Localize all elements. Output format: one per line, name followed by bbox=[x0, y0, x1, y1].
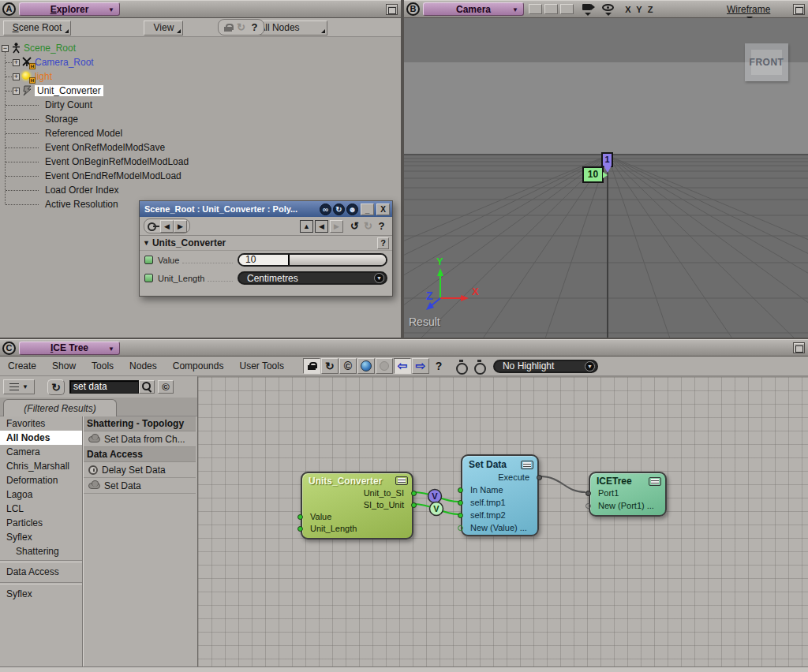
tree-row-property[interactable]: Event OnBeginRefModelModLoad bbox=[45, 155, 189, 169]
port-si-to-unit[interactable]: SI_to_Unit bbox=[302, 499, 412, 511]
category-deformation[interactable]: Deformation bbox=[0, 473, 82, 487]
recycle-icon[interactable]: ↻ bbox=[333, 203, 345, 215]
evaluate-timer-icon[interactable] bbox=[455, 360, 467, 372]
camera-menu-icon[interactable] bbox=[582, 2, 596, 16]
port-port1[interactable]: Port1 bbox=[590, 487, 665, 500]
tab-filtered-results[interactable]: (Filtered Results) bbox=[3, 399, 117, 416]
animatable-checkbox[interactable] bbox=[144, 274, 153, 282]
category-favorites[interactable]: Favorites bbox=[0, 416, 82, 431]
list-view-button[interactable]: ▼ bbox=[3, 379, 35, 394]
port-self-tmp2[interactable]: self.tmp2 bbox=[462, 510, 537, 522]
category-shattering[interactable]: Shattering bbox=[0, 544, 82, 558]
close-button[interactable]: X bbox=[376, 203, 390, 215]
section-header[interactable]: ▼ Units_Converter ? bbox=[140, 236, 392, 251]
show-values-badge-purple[interactable]: V bbox=[428, 490, 442, 503]
show-values-badge-green[interactable]: V bbox=[430, 502, 443, 516]
node-search-input[interactable]: set data bbox=[69, 380, 139, 394]
list-item-set-data-from-ch[interactable]: Set Data from Ch... bbox=[84, 431, 196, 447]
display-mode-dropdown[interactable]: Wireframe bbox=[727, 4, 770, 15]
help-icon[interactable]: ? bbox=[248, 21, 261, 34]
nav-forward-button[interactable]: ⇨ bbox=[412, 358, 429, 374]
input-port-dot[interactable] bbox=[297, 526, 303, 532]
search-button[interactable] bbox=[139, 380, 155, 394]
input-port-dot[interactable] bbox=[297, 514, 303, 520]
tree-row-property[interactable]: Event OnEndRefModelModLoad bbox=[45, 169, 181, 183]
axis-x-button[interactable]: X bbox=[623, 5, 634, 14]
input-port-dot[interactable] bbox=[585, 491, 591, 496]
category-particles[interactable]: Particles bbox=[0, 516, 82, 530]
explorer-view-dropdown[interactable]: Explorer ▼ bbox=[19, 2, 120, 16]
new-port-dot[interactable] bbox=[585, 503, 591, 509]
user-icon[interactable]: ☻ bbox=[346, 203, 358, 215]
help-button[interactable]: ? bbox=[430, 358, 447, 374]
tree-row-light[interactable]: + H light bbox=[13, 69, 52, 84]
node-menu-icon[interactable] bbox=[395, 476, 408, 485]
front-view-button[interactable]: FRONT bbox=[745, 43, 788, 81]
section-collapse-icon[interactable]: ▼ bbox=[143, 239, 150, 247]
slider-track[interactable] bbox=[290, 255, 386, 265]
node-menu-icon[interactable] bbox=[649, 477, 661, 486]
new-port-dot[interactable] bbox=[458, 525, 463, 531]
nav-back-button[interactable]: ◀ bbox=[315, 220, 328, 233]
minimize-button[interactable]: _ bbox=[361, 203, 374, 215]
axis-y-button[interactable]: Y bbox=[634, 5, 645, 14]
nav-forward-button[interactable]: ▶ bbox=[330, 220, 343, 233]
property-editor-titlebar[interactable]: Scene_Root : Unit_Converter : Poly... ∞ … bbox=[140, 201, 392, 217]
key-icon[interactable] bbox=[147, 220, 160, 233]
port-unit-length[interactable]: Unit_Length bbox=[302, 523, 412, 535]
tree-row-property[interactable]: Event OnRefModelModSave bbox=[45, 140, 165, 155]
list-item-set-data[interactable]: Set Data bbox=[84, 478, 196, 494]
menu-show[interactable]: Show bbox=[44, 360, 84, 371]
port-self-tmp1[interactable]: self.tmp1 bbox=[462, 497, 537, 510]
port-execute[interactable]: Execute bbox=[462, 472, 537, 484]
lock-button[interactable] bbox=[303, 358, 320, 374]
node-units-converter[interactable]: Units_Converter Unit_to_SI SI_to_Unit Va… bbox=[301, 472, 413, 539]
expand-icon[interactable]: + bbox=[13, 88, 20, 95]
category-lagoa[interactable]: Lagoa bbox=[0, 487, 82, 502]
highlight-selector-dropdown[interactable]: No Highlight ▼ bbox=[493, 360, 598, 373]
output-port-dot[interactable] bbox=[537, 475, 542, 480]
input-port-dot[interactable] bbox=[458, 500, 463, 506]
menu-user-tools[interactable]: User Tools bbox=[231, 360, 291, 371]
category-data-access[interactable]: Data Access bbox=[0, 564, 82, 581]
animatable-checkbox[interactable] bbox=[144, 256, 153, 264]
memo-cam-button[interactable] bbox=[560, 4, 574, 14]
tree-row-property[interactable]: Referenced Model bbox=[45, 126, 122, 140]
axis-z-button[interactable]: Z bbox=[645, 5, 656, 14]
restore-window-icon[interactable] bbox=[386, 4, 398, 15]
menu-create[interactable]: Create bbox=[0, 360, 44, 371]
memo-cam-button[interactable] bbox=[544, 4, 558, 14]
input-port-dot[interactable] bbox=[458, 487, 463, 493]
tree-row-property[interactable]: Active Resolution bbox=[45, 197, 118, 211]
tree-row-property[interactable]: Dirty Count bbox=[45, 98, 92, 112]
output-port-dot[interactable] bbox=[411, 502, 417, 508]
compound-c-button[interactable]: © bbox=[339, 358, 357, 374]
port-in-name[interactable]: In Name bbox=[462, 484, 537, 497]
menu-compounds[interactable]: Compounds bbox=[165, 360, 232, 371]
disabled-sphere-button[interactable] bbox=[376, 358, 393, 374]
category-syflex[interactable]: Syflex bbox=[0, 530, 82, 544]
menu-nodes[interactable]: Nodes bbox=[122, 360, 165, 371]
keyable-icon[interactable]: ∞ bbox=[320, 203, 331, 215]
category-all-nodes[interactable]: All Nodes bbox=[0, 431, 82, 445]
category-lcl[interactable]: LCL bbox=[0, 502, 82, 516]
category-chris-marshall[interactable]: Chris_Marshall bbox=[0, 459, 82, 473]
refresh-button[interactable]: ↻ bbox=[321, 358, 339, 374]
tree-row-property[interactable]: Load Order Index bbox=[45, 183, 118, 197]
section-help-button[interactable]: ? bbox=[377, 237, 389, 249]
port-value[interactable]: Value bbox=[302, 511, 412, 523]
restore-window-icon[interactable] bbox=[793, 4, 805, 15]
nav-up-button[interactable]: ▲ bbox=[300, 220, 313, 233]
expand-icon[interactable]: + bbox=[13, 73, 20, 80]
camera-view-dropdown[interactable]: Camera ▼ bbox=[423, 2, 524, 16]
value-input[interactable]: 10 bbox=[239, 255, 288, 265]
unit-length-dropdown[interactable]: Centimetres ▼ bbox=[238, 271, 387, 285]
restore-window-icon[interactable] bbox=[793, 342, 805, 353]
category-syflex-lower[interactable]: Syflex bbox=[0, 586, 82, 603]
next-key-button[interactable]: ▶ bbox=[174, 220, 187, 233]
menu-tools[interactable]: Tools bbox=[84, 360, 122, 371]
scene-root-menu-button[interactable]: Scene Root bbox=[3, 21, 71, 35]
node-icetree[interactable]: ICETree Port1 New (Port1) ... bbox=[589, 472, 667, 517]
output-port-dot[interactable] bbox=[411, 491, 417, 496]
category-camera[interactable]: Camera bbox=[0, 445, 82, 459]
